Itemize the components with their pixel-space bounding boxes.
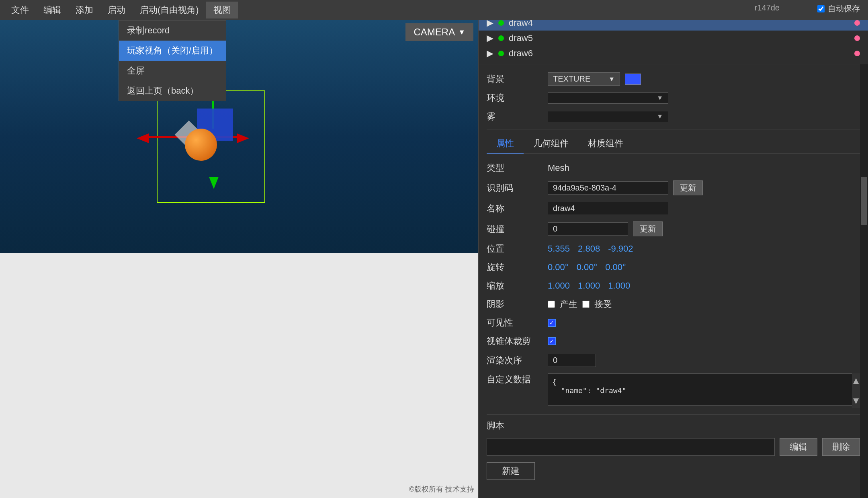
axis-x-left-arrow [137,133,149,143]
right-panel: ▶ draw3 ▶ draw4 ▶ draw5 ▶ draw6 背景 [478,0,868,498]
autosave-checkbox[interactable] [817,5,825,12]
position-row: 位置 5.355 2.808 -9.902 [487,243,860,255]
env-label: 环境 [487,92,543,104]
dropdown-player-view[interactable]: 玩家视角（关闭/启用） [119,41,226,61]
type-row: 类型 Mesh [487,162,860,174]
background-value: TEXTURE [553,74,590,84]
shadow-cast-checkbox[interactable] [548,301,555,308]
viewport-3d[interactable]: CAMERA [0,20,478,253]
render-order-row: 渲染次序 0 [487,354,860,367]
scale-row: 缩放 1.000 1.000 1.000 [487,280,860,292]
view-dropdown-menu: 录制record 玩家视角（关闭/启用） 全屏 返回上页（back） [119,20,226,101]
dot-draw6 [498,51,504,56]
background-color-swatch[interactable] [625,74,641,85]
visibility-checkbox[interactable] [548,319,556,327]
rotation-values: 0.00° 0.00° 0.00° [548,262,626,273]
id-label: 识别码 [487,182,543,194]
menu-start[interactable]: 启动 [100,2,133,18]
tree-label-draw5: draw5 [509,33,533,43]
frustum-row: 视锥体裁剪 [487,335,860,347]
divider-2 [487,414,860,415]
position-z[interactable]: -9.902 [608,244,633,254]
script-delete-button[interactable]: 删除 [822,438,860,456]
properties-panel: 背景 TEXTURE 环境 雾 属性 几何组件 材质组件 [479,64,868,498]
visibility-row: 可见性 [487,317,860,329]
scrollbar-thumb[interactable] [861,177,867,225]
env-dropdown[interactable] [548,92,668,104]
rotation-z[interactable]: 0.00° [605,262,626,273]
scale-y[interactable]: 1.000 [578,281,600,291]
dot-draw6-2 [854,51,860,56]
name-field[interactable]: draw4 [548,202,668,215]
rotation-label: 旋转 [487,261,543,273]
divider-1 [487,129,860,129]
tree-item-draw5[interactable]: ▶ draw5 [479,31,868,46]
autosave-label: 自动保存 [828,3,860,14]
id-field: 94da9a5e-803a-4 [548,181,668,195]
fog-dropdown[interactable] [548,111,668,122]
tab-geometry[interactable]: 几何组件 [524,134,578,154]
scroll-down-icon[interactable]: ▼ [851,395,861,406]
scale-x[interactable]: 1.000 [548,281,570,291]
dot-draw4 [498,20,504,26]
dropdown-back[interactable]: 返回上页（back） [119,81,226,101]
frustum-checkbox[interactable] [548,337,556,345]
axis-x-right-arrow [237,133,249,143]
custom-data-label: 自定义数据 [487,373,543,385]
property-tabs: 属性 几何组件 材质组件 [487,134,860,154]
camera-button[interactable]: CAMERA [405,23,473,41]
menu-file[interactable]: 文件 [4,2,36,18]
background-dropdown[interactable]: TEXTURE [548,72,620,86]
background-label: 背景 [487,73,543,85]
copyright-text: ©版权所有 技术支持 [409,484,474,494]
scale-z[interactable]: 1.000 [608,281,630,291]
id-row: 识别码 94da9a5e-803a-4 更新 [487,180,860,195]
tree-expand-icon-5: ▶ [487,33,493,43]
env-row: 环境 [487,92,860,104]
custom-data-field[interactable] [548,373,860,406]
name-label: 名称 [487,203,543,215]
visibility-label: 可见性 [487,317,543,329]
render-order-field[interactable]: 0 [548,354,596,367]
shadow-row: 阴影 产生 接受 [487,298,860,310]
shadow-label: 阴影 [487,298,543,310]
right-panel-scrollbar[interactable] [860,64,868,498]
script-field[interactable] [487,438,775,456]
script-edit-button[interactable]: 编辑 [780,438,817,456]
menu-edit[interactable]: 编辑 [36,2,68,18]
bottom-panel: 帧数: 65 顶点: 2,075 三角形: 2,055 帧时: 1.79 ms … [0,253,478,498]
dot-draw4-2 [854,20,860,26]
position-values: 5.355 2.808 -9.902 [548,244,633,254]
frustum-label: 视锥体裁剪 [487,335,543,347]
collision-field[interactable]: 0 [548,222,628,236]
background-row: 背景 TEXTURE [487,72,860,86]
position-x[interactable]: 5.355 [548,244,570,254]
tab-material[interactable]: 材质组件 [578,134,633,154]
menu-add[interactable]: 添加 [68,2,100,18]
rotation-y[interactable]: 0.00° [577,262,598,273]
menu-view[interactable]: 视图 [206,2,238,18]
scale-label: 缩放 [487,280,543,292]
rotation-row: 旋转 0.00° 0.00° 0.00° [487,261,860,273]
menubar: 文件 编辑 添加 启动 启动(自由视角) 视图 [0,0,868,20]
shadow-receive-checkbox[interactable] [582,301,590,308]
tree-item-draw6[interactable]: ▶ draw6 [479,46,868,61]
menu-start-free[interactable]: 启动(自由视角) [133,2,206,18]
script-row: 脚本 [487,420,860,432]
rotation-x[interactable]: 0.00° [548,262,569,273]
tab-properties[interactable]: 属性 [487,134,524,154]
shadow-receive-label: 接受 [594,298,612,310]
position-y[interactable]: 2.808 [578,244,600,254]
axis-y-bottom-arrow [209,177,219,189]
dropdown-record[interactable]: 录制record [119,20,226,41]
shadow-checkboxes: 产生 接受 [548,298,612,310]
scale-values: 1.000 1.000 1.000 [548,281,630,291]
dot-draw5 [498,35,504,41]
scroll-up-icon[interactable]: ▲ [851,375,861,386]
collision-update-button[interactable]: 更新 [633,221,663,236]
render-order-label: 渲染次序 [487,355,543,367]
id-update-button[interactable]: 更新 [673,180,703,195]
dropdown-fullscreen[interactable]: 全屏 [119,61,226,81]
script-new-button[interactable]: 新建 [487,462,535,480]
script-label: 脚本 [487,420,543,432]
